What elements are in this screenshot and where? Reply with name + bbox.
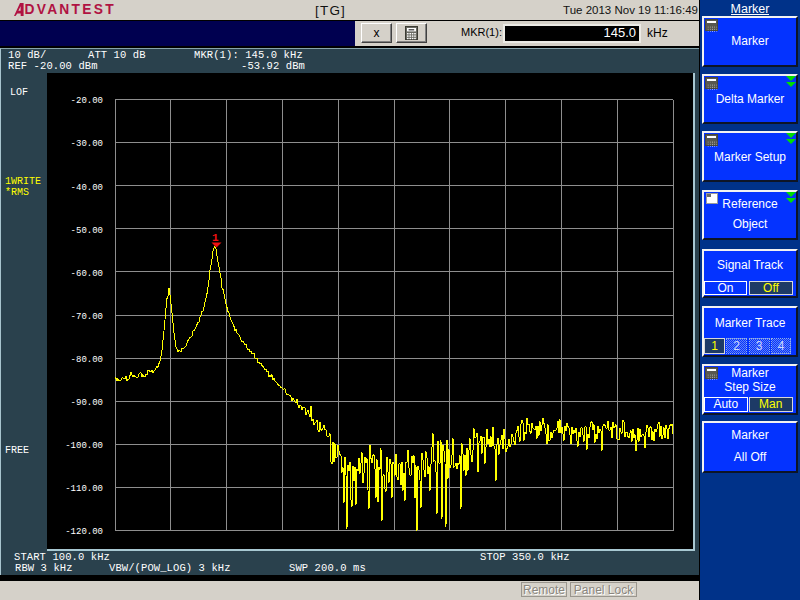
svg-text:1: 1 [212,232,219,244]
